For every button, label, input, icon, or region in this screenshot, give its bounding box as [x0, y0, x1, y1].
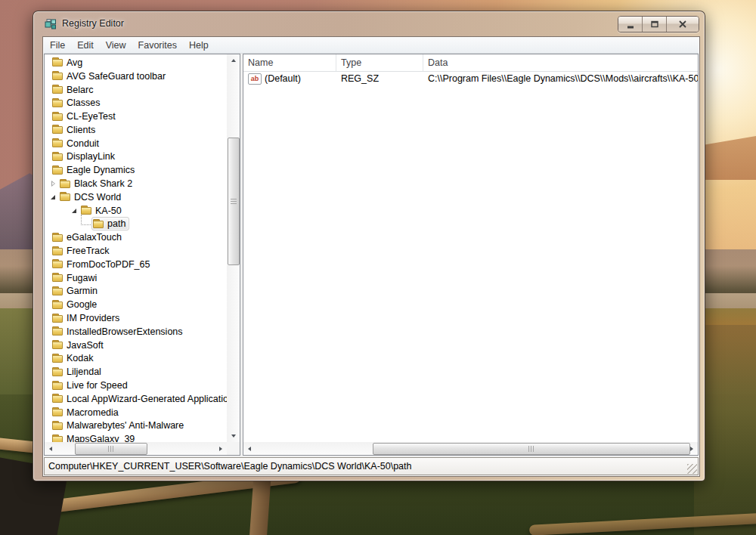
tree-item-label: Live for Speed	[67, 380, 128, 391]
tree-item-content[interactable]: Classes	[51, 96, 104, 110]
tree-item-content[interactable]: Eagle Dynamics	[51, 163, 138, 177]
value-row-default[interactable]: ab(Default)REG_SZC:\\Program Files\\Eagl…	[243, 72, 698, 85]
tree-item-macromedia[interactable]: Macromedia	[45, 406, 227, 419]
scroll-left-button[interactable]	[45, 442, 57, 455]
folder-icon	[52, 286, 64, 296]
scrollbar-thumb[interactable]	[75, 443, 147, 455]
tree-item-liljendal[interactable]: Liljendal	[45, 365, 227, 379]
tree-item-content[interactable]: Liljendal	[51, 365, 105, 379]
selected-tree-item[interactable]: path	[91, 217, 129, 230]
folder-icon	[52, 273, 64, 283]
tree-item-label: Local AppWizard-Generated Applications	[67, 394, 227, 404]
tree-item-content[interactable]: DisplayLink	[51, 150, 119, 163]
title-bar[interactable]: Registry Editor	[33, 11, 705, 36]
tree-item-content[interactable]: Kodak	[51, 351, 97, 365]
tree-item-black-shark-2[interactable]: Black Shark 2	[45, 177, 227, 190]
tree-item-fugawi[interactable]: Fugawi	[45, 271, 227, 285]
tree-item-label: Avg	[67, 57, 82, 68]
tree-item-mapsgalaxy-39[interactable]: MapsGalaxy_39	[45, 432, 227, 442]
tree-item-content[interactable]: Belarc	[51, 83, 97, 97]
tree-horizontal-scrollbar[interactable]	[45, 442, 227, 455]
tree-item-kodak[interactable]: Kodak	[45, 352, 227, 366]
tree-item-javasoft[interactable]: JavaSoft	[45, 339, 227, 352]
scroll-down-button[interactable]	[227, 430, 240, 442]
close-button[interactable]	[667, 17, 699, 32]
tree-item-conduit[interactable]: Conduit	[45, 137, 227, 150]
tree-item-content[interactable]: MapsGalaxy_39	[51, 432, 138, 442]
tree-item-freetrack[interactable]: FreeTrack	[45, 244, 227, 258]
tree-item-content[interactable]: IM Providers	[51, 311, 123, 325]
tree-item-content[interactable]: Malwarebytes' Anti-Malware	[51, 419, 187, 432]
folder-icon	[52, 246, 64, 256]
tree-item-content[interactable]: eGalaxTouch	[51, 230, 125, 244]
tree-item-path[interactable]: path	[45, 218, 227, 231]
tree-item-local-appwizard-generated-applications[interactable]: Local AppWizard-Generated Applications	[45, 392, 227, 406]
tree-item-fromdoctopdf-65[interactable]: FromDocToPDF_65	[45, 258, 227, 271]
expanded-arrow-icon[interactable]	[49, 193, 58, 202]
tree-item-im-providers[interactable]: IM Providers	[45, 311, 227, 325]
folder-icon	[52, 434, 64, 442]
tree-item-installedbrowserextensions[interactable]: InstalledBrowserExtensions	[45, 325, 227, 339]
tree-item-garmin[interactable]: Garmin	[45, 285, 227, 298]
maximize-button[interactable]	[643, 17, 667, 32]
tree-item-content[interactable]: Fugawi	[51, 271, 101, 285]
tree-item-live-for-speed[interactable]: Live for Speed	[45, 379, 227, 392]
tree-item-avg[interactable]: Avg	[45, 56, 227, 70]
tree-item-content[interactable]: Google	[51, 298, 101, 311]
tree-item-label: Garmin	[67, 286, 98, 296]
tree-item-content[interactable]: Macromedia	[51, 406, 122, 419]
tree-item-content[interactable]: InstalledBrowserExtensions	[51, 325, 187, 339]
menu-item-edit[interactable]: Edit	[71, 38, 100, 53]
tree-item-cl-eyetest[interactable]: CL-EyeTest	[45, 110, 227, 123]
menu-item-favorites[interactable]: Favorites	[132, 38, 183, 53]
tree-item-displaylink[interactable]: DisplayLink	[45, 150, 227, 164]
tree-item-content[interactable]: FreeTrack	[51, 244, 113, 258]
tree-item-label: Fugawi	[67, 273, 97, 283]
tree-item-content[interactable]: Local AppWizard-Generated Applications	[51, 392, 227, 406]
tree-item-label: CL-EyeTest	[67, 111, 116, 122]
folder-icon	[93, 219, 104, 229]
tree-vertical-scrollbar[interactable]	[227, 54, 240, 442]
scroll-right-button[interactable]	[215, 442, 227, 455]
tree-item-google[interactable]: Google	[45, 298, 227, 311]
scroll-left-button[interactable]	[243, 442, 256, 455]
tree-item-content[interactable]: JavaSoft	[51, 339, 107, 352]
column-header-type[interactable]: Type	[336, 54, 423, 71]
tree-item-content[interactable]: CL-EyeTest	[51, 110, 119, 123]
tree-item-label: path	[107, 218, 125, 229]
tree-item-belarc[interactable]: Belarc	[45, 83, 227, 97]
tree-item-malwarebytes-anti-malware[interactable]: Malwarebytes' Anti-Malware	[45, 419, 227, 433]
tree-item-content[interactable]: AVG SafeGuard toolbar	[51, 70, 169, 83]
tree-item-eagle-dynamics[interactable]: Eagle Dynamics	[45, 163, 227, 177]
arrow-right-icon	[219, 447, 222, 451]
tree-item-egalaxtouch[interactable]: eGalaxTouch	[45, 230, 227, 244]
resize-grip[interactable]	[687, 464, 697, 474]
tree-item-label: Malwarebytes' Anti-Malware	[67, 420, 184, 431]
menu-item-view[interactable]: View	[100, 38, 132, 53]
tree-item-dcs-world[interactable]: DCS World	[45, 190, 227, 204]
tree-item-content[interactable]: Clients	[51, 123, 99, 137]
scroll-up-button[interactable]	[227, 54, 240, 66]
column-header-data[interactable]: Data	[423, 54, 698, 71]
menu-item-file[interactable]: File	[44, 38, 71, 53]
tree-item-classes[interactable]: Classes	[45, 96, 227, 110]
column-header-name[interactable]: Name	[243, 54, 336, 71]
scrollbar-thumb[interactable]	[373, 443, 690, 455]
tree-item-label: DCS World	[74, 192, 121, 203]
tree-item-clients[interactable]: Clients	[45, 123, 227, 137]
tree-item-content[interactable]: Live for Speed	[51, 379, 132, 392]
tree-item-content[interactable]: Garmin	[51, 284, 101, 298]
values-horizontal-scrollbar[interactable]	[243, 442, 698, 455]
scrollbar-thumb[interactable]	[228, 138, 240, 265]
tree-item-ka-50[interactable]: KA-50	[45, 204, 227, 218]
tree-item-content[interactable]: DCS World	[58, 190, 125, 204]
tree-item-content[interactable]: Conduit	[51, 137, 103, 150]
tree-item-content[interactable]: FromDocToPDF_65	[51, 258, 153, 271]
expanded-arrow-icon[interactable]	[70, 206, 79, 215]
tree-item-content[interactable]: Black Shark 2	[58, 177, 136, 190]
tree-item-content[interactable]: Avg	[51, 56, 86, 70]
menu-item-help[interactable]: Help	[183, 38, 215, 53]
minimize-button[interactable]	[618, 17, 643, 32]
tree-item-avg-safeguard-toolbar[interactable]: AVG SafeGuard toolbar	[45, 70, 227, 83]
collapsed-arrow-icon[interactable]	[49, 179, 58, 188]
